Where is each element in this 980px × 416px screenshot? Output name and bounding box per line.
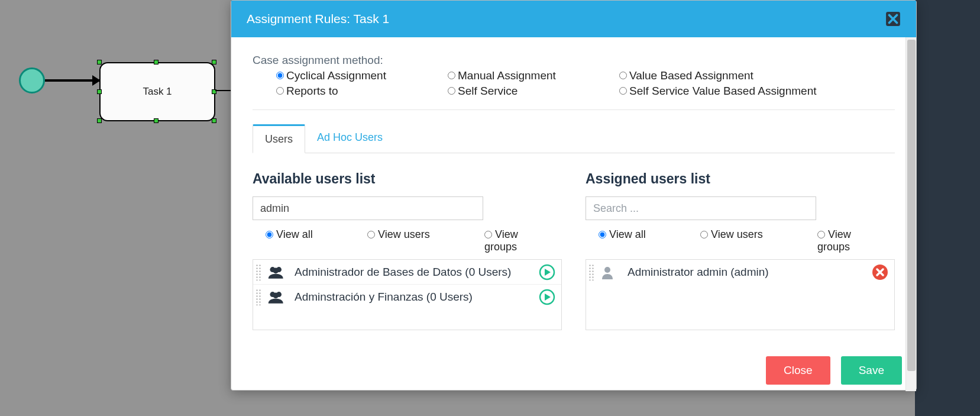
group-icon [267, 289, 286, 305]
modal-scrollbar[interactable] [905, 37, 916, 391]
available-search-input[interactable] [253, 196, 483, 220]
radio-manual-label: Manual Assignment [458, 69, 556, 82]
radio-ss-value-based-label: Self Service Value Based Assignment [629, 85, 817, 97]
radio-value-based[interactable] [619, 72, 627, 79]
list-item-label: Administrator admin (admin) [628, 266, 872, 279]
selection-handle[interactable] [154, 60, 159, 65]
svg-point-9 [604, 267, 610, 273]
modal-title: Assignment Rules: Task 1 [247, 12, 389, 26]
drag-handle-icon[interactable] [255, 289, 261, 305]
available-users-title: Available users list [253, 171, 562, 187]
remove-icon[interactable] [872, 264, 888, 280]
assignment-method-label: Case assignment method: [253, 54, 895, 67]
radio-value-based-label: Value Based Assignment [629, 69, 753, 82]
available-filter-all-label: View all [276, 228, 313, 240]
assignment-rules-modal: Assignment Rules: Task 1 Case assignment… [231, 0, 917, 391]
selection-handle[interactable] [97, 89, 102, 94]
assigned-filter-users[interactable] [700, 231, 708, 238]
assigned-search-input[interactable] [586, 196, 816, 220]
modal-footer: Close Save [231, 351, 916, 390]
list-item[interactable]: Adminstración y Finanzas (0 Users) [253, 285, 561, 309]
radio-manual[interactable] [448, 72, 455, 79]
available-filter-users[interactable] [367, 231, 375, 238]
user-icon [600, 265, 619, 280]
selection-handle[interactable] [97, 118, 102, 123]
tab-adhoc-users[interactable]: Ad Hoc Users [305, 124, 394, 153]
list-item-label: Administrador de Bases de Datos (0 Users… [295, 266, 539, 279]
tab-bar: Users Ad Hoc Users [253, 124, 895, 153]
bpmn-task-label: Task 1 [143, 86, 172, 98]
assigned-filter-all[interactable] [599, 231, 606, 238]
selection-handle[interactable] [97, 60, 102, 65]
available-users-panel: Available users list View all View users… [253, 171, 562, 330]
list-item-label: Adminstración y Finanzas (0 Users) [295, 291, 539, 304]
bpmn-task[interactable]: Task 1 [99, 62, 215, 121]
drag-handle-icon[interactable] [255, 264, 261, 280]
available-users-list: Administrador de Bases de Datos (0 Users… [253, 259, 562, 330]
assigned-users-list: Administrator admin (admin) [586, 259, 895, 330]
assigned-filter-users-label: View users [711, 228, 763, 240]
sequence-flow [45, 79, 99, 82]
radio-cyclical-label: Cyclical Assignment [286, 69, 386, 82]
radio-ss-value-based[interactable] [619, 87, 627, 95]
svg-point-3 [273, 267, 279, 273]
modal-body: Case assignment method: Cyclical Assignm… [231, 37, 916, 351]
selection-handle[interactable] [212, 118, 216, 123]
scrollbar-thumb[interactable] [907, 40, 916, 371]
assigned-filter-all-label: View all [609, 228, 646, 240]
bpmn-start-event[interactable] [19, 67, 45, 93]
drag-handle-icon[interactable] [588, 264, 594, 280]
assigned-users-title: Assigned users list [586, 171, 895, 187]
selection-handle[interactable] [212, 60, 216, 65]
available-filter-groups[interactable] [484, 231, 492, 238]
right-rail [915, 0, 980, 416]
radio-reports-to[interactable] [276, 87, 284, 95]
assign-arrow-icon[interactable] [539, 289, 555, 305]
radio-cyclical[interactable] [276, 72, 284, 79]
assigned-users-panel: Assigned users list View all View users … [586, 171, 895, 330]
modal-header: Assignment Rules: Task 1 [231, 1, 916, 37]
assign-arrow-icon[interactable] [539, 264, 555, 280]
list-item[interactable]: Administrador de Bases de Datos (0 Users… [253, 260, 561, 285]
radio-reports-to-label: Reports to [286, 85, 338, 97]
available-filter-all[interactable] [266, 231, 273, 238]
radio-self-service[interactable] [448, 87, 455, 95]
available-filter-users-label: View users [378, 228, 430, 240]
selection-handle[interactable] [154, 118, 159, 123]
list-item[interactable]: Administrator admin (admin) [586, 260, 894, 285]
assigned-filter-groups[interactable] [817, 231, 825, 238]
radio-self-service-label: Self Service [458, 85, 518, 97]
close-icon[interactable] [885, 11, 901, 27]
tab-users[interactable]: Users [253, 124, 305, 153]
close-button[interactable]: Close [766, 356, 830, 385]
svg-point-7 [273, 292, 279, 298]
save-button[interactable]: Save [841, 356, 902, 385]
group-icon [267, 265, 286, 280]
